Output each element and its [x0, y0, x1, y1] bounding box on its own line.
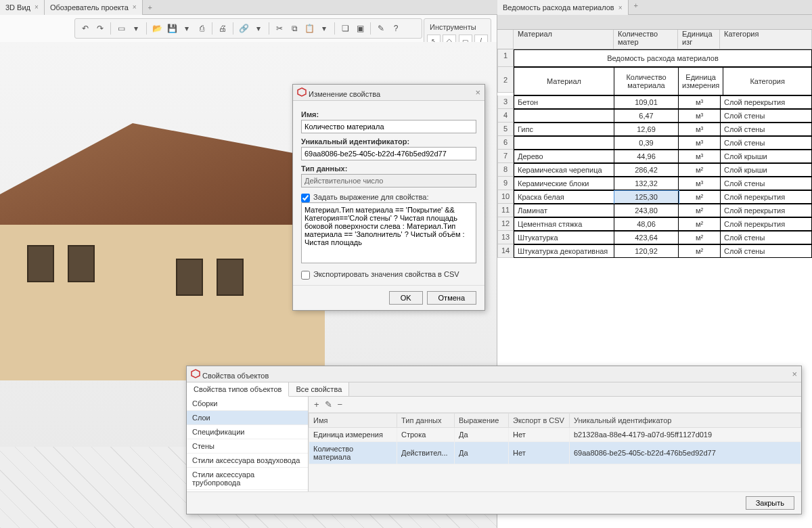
table-cell[interactable]: Действител...	[397, 442, 455, 464]
uid-input[interactable]	[301, 147, 476, 160]
col-qty[interactable]: Количество матер	[614, 27, 678, 49]
csv-checkbox[interactable]	[301, 271, 310, 280]
table-cell[interactable]: Да	[455, 442, 509, 464]
expression-checkbox[interactable]	[301, 194, 310, 202]
table-cell[interactable]: Количество материала	[309, 442, 397, 464]
dropdown-icon[interactable]: ▾	[318, 22, 330, 35]
cell-material[interactable]: Керамическая черепица	[514, 164, 614, 177]
cell-unit[interactable]: м³	[679, 96, 721, 109]
copy-icon[interactable]: ⧉	[288, 22, 300, 35]
cell-qty[interactable]: 243,80	[614, 204, 679, 217]
tab-3d-view[interactable]: 3D Вид×	[0, 0, 45, 15]
cell-qty[interactable]: 44,96	[614, 150, 679, 163]
cancel-button[interactable]: Отмена	[427, 291, 476, 305]
table-cell[interactable]: Нет	[509, 442, 570, 464]
cell-category[interactable]: Слой перекрытия	[721, 204, 812, 217]
cell-category[interactable]: Слой крыши	[721, 150, 812, 163]
table-cell[interactable]: 69aa8086-be25-405c-b22d-476b5ed92d77	[570, 442, 801, 464]
cell-material[interactable]	[514, 137, 614, 150]
tab-schedule[interactable]: Ведомость расхода материалов×	[497, 0, 629, 15]
close-icon[interactable]: ×	[35, 3, 39, 11]
table-cell[interactable]: Единица измерения	[309, 428, 397, 442]
cell-category[interactable]: Слой стены	[721, 110, 812, 123]
tab-all-properties[interactable]: Все свойства	[289, 382, 349, 396]
list-item[interactable]: Спецификации	[187, 425, 308, 439]
cell-unit[interactable]: м³	[679, 177, 721, 190]
remove-icon[interactable]: −	[338, 399, 343, 410]
cell-material[interactable]: Штукатурка	[514, 232, 614, 244]
cell-qty[interactable]: 6,47	[614, 110, 679, 123]
type-select[interactable]	[301, 174, 476, 188]
name-input[interactable]	[301, 120, 476, 133]
window-icon[interactable]: ▣	[354, 22, 366, 35]
undo-icon[interactable]: ↶	[79, 22, 91, 35]
clone-icon[interactable]: ❏	[339, 22, 351, 35]
cell-material[interactable]: Дерево	[514, 150, 614, 163]
cell-unit[interactable]: м²	[679, 164, 721, 177]
table-cell[interactable]: Да	[455, 428, 509, 442]
box-icon[interactable]: ▭	[115, 22, 127, 35]
list-item[interactable]: Слои	[187, 411, 308, 425]
cell-unit[interactable]: м³	[679, 110, 721, 123]
cell-material[interactable]: Бетон	[514, 96, 614, 109]
list-item[interactable]: Стили аксессуара воздуховода	[187, 454, 308, 468]
print-icon[interactable]: 🖨	[217, 22, 229, 35]
list-item[interactable]: Стили аксессуара трубопровода	[187, 468, 308, 490]
list-item[interactable]: Стены	[187, 439, 308, 454]
dropdown-icon[interactable]: ▾	[252, 22, 265, 35]
add-tab-button[interactable]: +	[143, 2, 158, 13]
cell-category[interactable]: Слой стены	[721, 177, 812, 190]
col-category[interactable]: Категория	[720, 27, 812, 49]
col-material[interactable]: Материал	[514, 27, 614, 49]
table-cell[interactable]: b21328aa-88e4-4179-a07d-95ff1127d019	[570, 428, 801, 442]
close-icon[interactable]: ×	[475, 87, 480, 97]
cell-qty[interactable]: 12,69	[614, 123, 679, 136]
tab-type-properties[interactable]: Свойства типов объектов	[187, 382, 289, 397]
cell-category[interactable]: Слой стены	[721, 245, 812, 258]
cut-icon[interactable]: ✂	[273, 22, 286, 35]
expression-textarea[interactable]	[301, 202, 476, 263]
cell-unit[interactable]: м³	[679, 123, 721, 136]
cell-unit[interactable]: м²	[679, 204, 721, 217]
cell-unit[interactable]: м²	[679, 245, 721, 258]
cell-unit[interactable]: м²	[679, 218, 721, 231]
paste-icon[interactable]: 📋	[303, 22, 315, 35]
cell-unit[interactable]: м³	[679, 137, 721, 150]
export-icon[interactable]: ⎙	[196, 22, 208, 35]
cell-unit[interactable]: м³	[679, 150, 721, 163]
cell-qty[interactable]: 423,64	[614, 232, 679, 244]
link-icon[interactable]: 🔗	[238, 22, 250, 35]
ok-button[interactable]: OK	[389, 291, 423, 305]
add-icon[interactable]: +	[314, 399, 319, 410]
open-icon[interactable]: 📂	[151, 22, 163, 35]
help-icon[interactable]: ?	[390, 22, 402, 35]
cell-qty[interactable]: 48,06	[614, 218, 679, 231]
save-icon[interactable]: 💾	[166, 22, 178, 35]
cell-category[interactable]: Слой стены	[721, 137, 812, 150]
cell-material[interactable]	[514, 110, 614, 123]
cell-material[interactable]: Краска белая	[514, 191, 614, 204]
cell-category[interactable]: Слой стены	[721, 123, 812, 136]
cell-category[interactable]: Слой стены	[721, 232, 812, 244]
cell-unit[interactable]: м²	[679, 232, 721, 244]
cell-unit[interactable]: м²	[679, 191, 721, 204]
cell-qty[interactable]: 132,32	[614, 177, 679, 190]
cell-material[interactable]: Ламинат	[514, 204, 614, 217]
close-icon[interactable]: ×	[792, 369, 797, 379]
edit-icon[interactable]: ✎	[325, 399, 332, 410]
list-item[interactable]: Сборки	[187, 397, 308, 411]
redo-icon[interactable]: ↷	[94, 22, 106, 35]
cell-qty[interactable]: 286,42	[614, 164, 679, 177]
cell-qty[interactable]: 120,92	[614, 245, 679, 258]
dropdown-icon[interactable]: ▾	[181, 22, 193, 35]
cell-qty[interactable]: 109,01	[614, 96, 679, 109]
dropdown-icon[interactable]: ▾	[130, 22, 142, 35]
measure-icon[interactable]: ✎	[375, 22, 387, 35]
add-tab-button[interactable]: +	[629, 0, 644, 14]
cell-material[interactable]: Гипс	[514, 123, 614, 136]
cell-category[interactable]: Слой крыши	[721, 164, 812, 177]
close-icon[interactable]: ×	[133, 3, 137, 11]
list-item[interactable]: Стили арматурного изделия	[187, 490, 308, 491]
cell-material[interactable]: Цементная стяжка	[514, 218, 614, 231]
cell-category[interactable]: Слой перекрытия	[721, 96, 812, 109]
